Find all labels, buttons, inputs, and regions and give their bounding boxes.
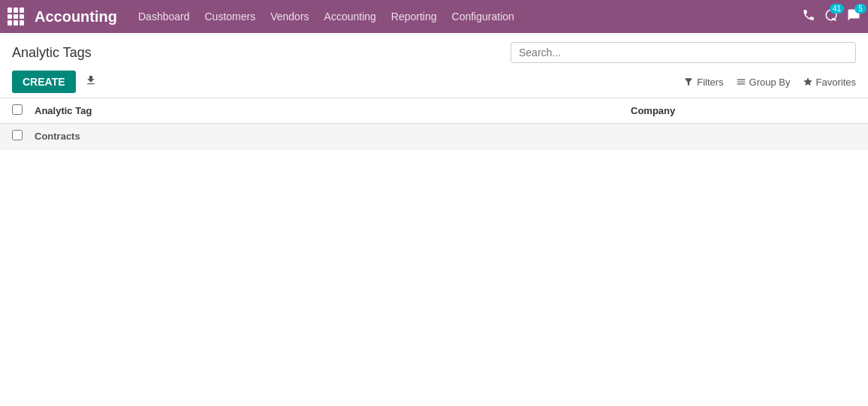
row-checkbox-col — [12, 130, 35, 143]
nav-configuration[interactable]: Configuration — [452, 11, 514, 23]
nav-accounting[interactable]: Accounting — [324, 11, 376, 23]
col-header-analytic-tag: Analytic Tag — [35, 105, 631, 116]
col-header-company: Company — [631, 105, 856, 116]
app-brand: Accounting — [35, 8, 117, 26]
search-input[interactable] — [511, 42, 856, 63]
apps-grid-icon[interactable] — [8, 8, 26, 26]
nav-customers[interactable]: Customers — [205, 11, 256, 23]
favorites-button[interactable]: Favorites — [803, 77, 856, 88]
page-title: Analytic Tags — [12, 45, 92, 61]
table-container: Analytic Tag Company Contracts — [0, 98, 868, 149]
table-row[interactable]: Contracts — [0, 124, 868, 149]
favorites-label: Favorites — [816, 77, 856, 88]
table-header: Analytic Tag Company — [0, 98, 868, 124]
chat-badge: 5 — [854, 4, 866, 14]
header-checkbox-col — [12, 104, 35, 117]
messages-icon[interactable]: 41 — [824, 8, 838, 25]
create-button[interactable]: CREATE — [12, 71, 76, 93]
toolbar-right: Filters Group By Favorites — [683, 77, 856, 88]
groupby-label: Group By — [749, 77, 791, 88]
nav-dashboard[interactable]: Dashboard — [138, 11, 190, 23]
page-header: Analytic Tags — [0, 33, 868, 66]
phone-icon[interactable] — [802, 8, 815, 25]
row-checkbox[interactable] — [12, 130, 23, 140]
navbar-actions: 41 5 — [802, 8, 860, 25]
navbar: Accounting Dashboard Customers Vendors A… — [0, 0, 868, 33]
toolbar: CREATE Filters Group By Favorites — [0, 66, 868, 98]
toolbar-left: CREATE — [12, 71, 100, 93]
filters-label: Filters — [697, 77, 723, 88]
filters-button[interactable]: Filters — [683, 77, 723, 88]
chat-icon[interactable]: 5 — [847, 8, 860, 25]
messages-badge: 41 — [830, 4, 844, 14]
row-analytic-tag: Contracts — [35, 131, 631, 142]
select-all-checkbox[interactable] — [12, 104, 23, 115]
nav-vendors[interactable]: Vendors — [270, 11, 309, 23]
nav-reporting[interactable]: Reporting — [391, 11, 437, 23]
nav-menu: Dashboard Customers Vendors Accounting R… — [138, 11, 802, 23]
download-button[interactable] — [82, 71, 100, 92]
groupby-button[interactable]: Group By — [736, 77, 791, 88]
